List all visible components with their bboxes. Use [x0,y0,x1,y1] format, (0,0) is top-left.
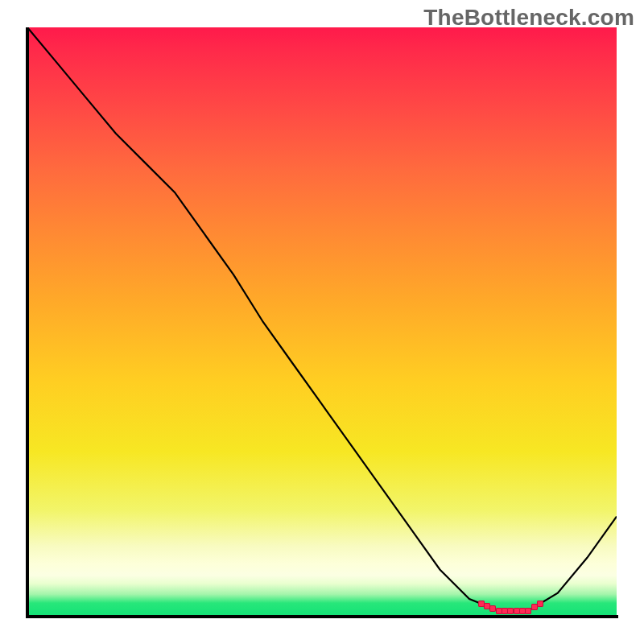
plot-area [27,27,617,617]
y-axis-line [26,27,29,618]
chart-container: TheBottleneck.com [0,0,644,644]
optimum-marker-strip [27,27,617,617]
x-axis-line [27,615,618,618]
optimum-marker [537,601,543,607]
optimum-marker [525,608,531,614]
